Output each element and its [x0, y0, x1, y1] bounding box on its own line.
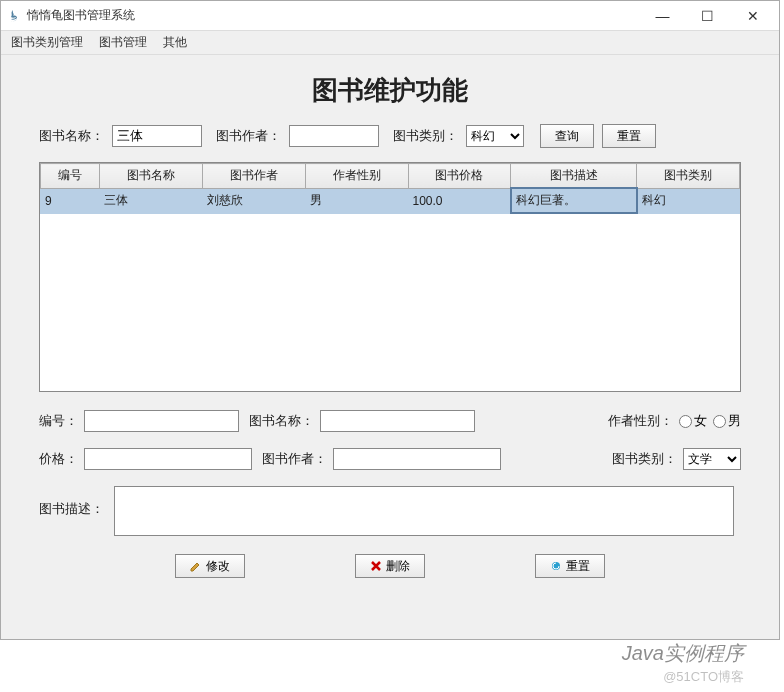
- col-price: 图书价格: [408, 164, 511, 189]
- search-author-input[interactable]: [289, 125, 379, 147]
- form-author-label: 图书作者：: [262, 450, 327, 468]
- modify-button[interactable]: 修改: [175, 554, 245, 578]
- menu-category-mgmt[interactable]: 图书类别管理: [7, 32, 87, 53]
- col-id: 编号: [41, 164, 100, 189]
- col-category: 图书类别: [637, 164, 740, 189]
- action-buttons: 修改 删除 重置: [39, 554, 741, 578]
- results-table: 编号 图书名称 图书作者 作者性别 图书价格 图书描述 图书类别 9 三体 刘慈…: [39, 162, 741, 392]
- form-desc-label: 图书描述：: [39, 486, 104, 518]
- menu-book-mgmt[interactable]: 图书管理: [95, 32, 151, 53]
- form-sex-label: 作者性别：: [608, 412, 673, 430]
- table-row[interactable]: 9 三体 刘慈欣 男 100.0 科幻巨著。 科幻: [41, 188, 740, 213]
- maximize-button[interactable]: ☐: [685, 1, 730, 30]
- form-price-label: 价格：: [39, 450, 78, 468]
- close-button[interactable]: ✕: [730, 1, 775, 30]
- cell-category: 科幻: [637, 188, 740, 213]
- window-title: 惰惰龟图书管理系统: [27, 7, 640, 24]
- table-header-row: 编号 图书名称 图书作者 作者性别 图书价格 图书描述 图书类别: [41, 164, 740, 189]
- form-name-input[interactable]: [320, 410, 475, 432]
- cell-id: 9: [41, 188, 100, 213]
- minimize-button[interactable]: —: [640, 1, 685, 30]
- form-name-label: 图书名称：: [249, 412, 314, 430]
- search-name-input[interactable]: [112, 125, 202, 147]
- form-category-label: 图书类别：: [612, 450, 677, 468]
- radio-female[interactable]: [679, 415, 692, 428]
- cell-name: 三体: [100, 188, 203, 213]
- java-app-icon: [5, 8, 21, 24]
- edit-icon: [190, 560, 202, 572]
- watermark-credit: @51CTO博客: [663, 668, 744, 686]
- cell-sex: 男: [305, 188, 408, 213]
- search-author-label: 图书作者：: [216, 127, 281, 145]
- col-desc: 图书描述: [511, 164, 637, 189]
- cell-author: 刘慈欣: [203, 188, 306, 213]
- delete-button[interactable]: 删除: [355, 554, 425, 578]
- form-category-select[interactable]: 文学: [683, 448, 741, 470]
- cell-price: 100.0: [408, 188, 511, 213]
- reset-icon: [550, 560, 562, 572]
- col-name: 图书名称: [100, 164, 203, 189]
- radio-male[interactable]: [713, 415, 726, 428]
- form-id-input[interactable]: [84, 410, 239, 432]
- edit-form: 编号： 图书名称： 作者性别： 女 男 价格：: [39, 410, 741, 578]
- form-price-input[interactable]: [84, 448, 252, 470]
- watermark-text: Java实例程序: [622, 640, 744, 667]
- reset-form-button[interactable]: 重置: [535, 554, 605, 578]
- cell-desc: 科幻巨著。: [511, 188, 637, 213]
- app-window: 惰惰龟图书管理系统 — ☐ ✕ 图书类别管理 图书管理 其他 图书维护功能 图书…: [0, 0, 780, 640]
- search-category-select[interactable]: 科幻: [466, 125, 524, 147]
- query-button[interactable]: 查询: [540, 124, 594, 148]
- content-area: 图书维护功能 图书名称： 图书作者： 图书类别： 科幻 查询 重置 编号 图书名…: [1, 55, 779, 588]
- delete-icon: [370, 560, 382, 572]
- search-name-label: 图书名称：: [39, 127, 104, 145]
- menu-other[interactable]: 其他: [159, 32, 191, 53]
- search-category-label: 图书类别：: [393, 127, 458, 145]
- form-id-label: 编号：: [39, 412, 78, 430]
- form-author-input[interactable]: [333, 448, 501, 470]
- search-row: 图书名称： 图书作者： 图书类别： 科幻 查询 重置: [39, 124, 741, 148]
- reset-search-button[interactable]: 重置: [602, 124, 656, 148]
- menubar: 图书类别管理 图书管理 其他: [1, 31, 779, 55]
- col-sex: 作者性别: [305, 164, 408, 189]
- titlebar: 惰惰龟图书管理系统 — ☐ ✕: [1, 1, 779, 31]
- col-author: 图书作者: [203, 164, 306, 189]
- page-title: 图书维护功能: [39, 73, 741, 108]
- form-desc-textarea[interactable]: [114, 486, 734, 536]
- sex-radio-group: 女 男: [679, 412, 741, 430]
